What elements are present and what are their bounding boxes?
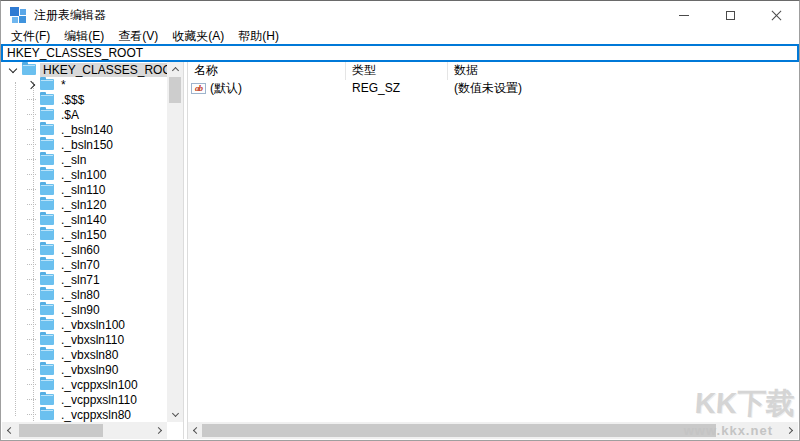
scroll-left-button[interactable] bbox=[2, 422, 17, 439]
tree-vertical-scrollbar[interactable] bbox=[167, 62, 183, 422]
maximize-icon bbox=[726, 11, 735, 20]
horizontal-scroll-thumb[interactable] bbox=[19, 424, 103, 437]
chevron-left-icon bbox=[193, 427, 200, 434]
column-header[interactable]: 名称 bbox=[188, 62, 346, 80]
minimize-button[interactable] bbox=[661, 1, 707, 29]
tree-item[interactable]: ._vbxsln100 bbox=[2, 317, 167, 332]
scroll-up-button[interactable] bbox=[167, 62, 183, 77]
column-header[interactable]: 类型 bbox=[346, 62, 448, 80]
registry-key-folder-icon bbox=[40, 124, 54, 135]
title-bar: 注册表编辑器 bbox=[1, 1, 799, 29]
tree-item-label: ._vcppxsln110 bbox=[58, 393, 140, 407]
values-pane: 名称类型数据 ab(默认)REG_SZ(数值未设置) bbox=[188, 62, 798, 422]
tree-item-label: ._vcppxsln100 bbox=[58, 378, 141, 392]
menu-item[interactable]: 编辑(E) bbox=[57, 29, 111, 44]
registry-key-folder-icon bbox=[40, 394, 54, 405]
tree-item[interactable]: ._vbxsln80 bbox=[2, 347, 167, 362]
menu-item[interactable]: 查看(V) bbox=[111, 29, 165, 44]
registry-key-folder-icon bbox=[40, 109, 54, 120]
registry-key-folder-icon bbox=[40, 274, 54, 285]
value-name: (默认) bbox=[210, 80, 242, 97]
tree-guide-stub bbox=[24, 227, 38, 242]
tree-item[interactable]: ._sln120 bbox=[2, 197, 167, 212]
chevron-down-icon bbox=[171, 410, 178, 417]
tree-item-label: ._sln60 bbox=[58, 243, 103, 257]
tree-item[interactable]: ._vcppxsln110 bbox=[2, 392, 167, 407]
scroll-left-button[interactable] bbox=[188, 422, 203, 439]
chevron-left-icon bbox=[7, 427, 14, 434]
tree-item[interactable]: ._sln60 bbox=[2, 242, 167, 257]
tree-horizontal-scrollbar[interactable] bbox=[2, 422, 167, 439]
tree-guide-stub bbox=[24, 152, 38, 167]
tree-item[interactable]: ._sln100 bbox=[2, 167, 167, 182]
tree-guide-stub bbox=[24, 167, 38, 182]
close-button[interactable] bbox=[753, 1, 799, 29]
window-controls bbox=[661, 1, 799, 29]
tree-guide-stub bbox=[24, 212, 38, 227]
tree-item[interactable]: ._sln80 bbox=[2, 287, 167, 302]
tree-item[interactable]: ._vcppxsln80 bbox=[2, 407, 167, 422]
menu-item[interactable]: 收藏夹(A) bbox=[165, 29, 231, 44]
scroll-down-button[interactable] bbox=[167, 407, 183, 422]
tree-item-label: ._bsln140 bbox=[58, 123, 116, 137]
tree-item[interactable]: .$A bbox=[2, 107, 167, 122]
tree-guide-stub bbox=[24, 407, 38, 422]
registry-key-folder-icon bbox=[40, 319, 54, 330]
tree-item[interactable]: ._sln90 bbox=[2, 302, 167, 317]
value-data: (数值未设置) bbox=[448, 80, 798, 97]
expander-expanded-icon[interactable] bbox=[6, 62, 20, 77]
tree-item[interactable]: ._sln110 bbox=[2, 182, 167, 197]
tree-guide-stub bbox=[24, 107, 38, 122]
tree-item[interactable]: ._sln150 bbox=[2, 227, 167, 242]
tree-item-label: ._sln bbox=[58, 153, 89, 167]
maximize-button[interactable] bbox=[707, 1, 753, 29]
tree-item[interactable]: ._bsln150 bbox=[2, 137, 167, 152]
value-row[interactable]: ab(默认)REG_SZ(数值未设置) bbox=[188, 80, 798, 96]
tree-item[interactable]: ._sln140 bbox=[2, 212, 167, 227]
registry-key-folder-icon bbox=[40, 244, 54, 255]
horizontal-scroll-thumb[interactable] bbox=[202, 424, 716, 437]
menu-item[interactable]: 帮助(H) bbox=[231, 29, 286, 44]
chevron-right-icon bbox=[155, 427, 162, 434]
tree-item[interactable]: ._vbxsln110 bbox=[2, 332, 167, 347]
address-input[interactable] bbox=[3, 46, 797, 60]
tree-item[interactable]: ._vcppxsln100 bbox=[2, 377, 167, 392]
tree-item[interactable]: HKEY_CLASSES_ROOT bbox=[2, 62, 167, 77]
registry-key-folder-icon bbox=[40, 334, 54, 345]
tree-item-label: .$A bbox=[58, 108, 82, 122]
tree-guide-stub bbox=[24, 377, 38, 392]
list-header: 名称类型数据 bbox=[188, 62, 798, 80]
string-value-icon: ab bbox=[191, 83, 206, 94]
tree-guide-stub bbox=[24, 122, 38, 137]
tree-item-label: ._sln90 bbox=[58, 303, 103, 317]
chevron-right-icon bbox=[786, 427, 793, 434]
tree-item[interactable]: ._sln bbox=[2, 152, 167, 167]
scroll-right-button[interactable] bbox=[152, 422, 167, 439]
tree-item[interactable]: ._vbxsln90 bbox=[2, 362, 167, 377]
tree-guide-stub bbox=[24, 92, 38, 107]
tree-item-label: ._sln71 bbox=[58, 273, 103, 287]
expander-collapsed-icon[interactable] bbox=[24, 77, 38, 92]
tree-item[interactable]: .$$$ bbox=[2, 92, 167, 107]
tree-item[interactable]: ._sln71 bbox=[2, 272, 167, 287]
tree-item-label: ._sln140 bbox=[58, 213, 109, 227]
registry-key-folder-icon bbox=[40, 259, 54, 270]
registry-key-folder-icon bbox=[40, 409, 54, 420]
tree-guide-stub bbox=[24, 362, 38, 377]
vertical-scroll-thumb[interactable] bbox=[169, 77, 181, 103]
tree-item-label: HKEY_CLASSES_ROOT bbox=[40, 63, 167, 77]
tree-item-label: ._vbxsln90 bbox=[58, 363, 121, 377]
tree-item[interactable]: ._bsln140 bbox=[2, 122, 167, 137]
menu-item[interactable]: 文件(F) bbox=[4, 29, 57, 44]
tree-item[interactable]: ._sln70 bbox=[2, 257, 167, 272]
column-header[interactable]: 数据 bbox=[448, 62, 798, 80]
registry-key-folder-icon bbox=[40, 169, 54, 180]
scroll-right-button[interactable] bbox=[783, 422, 798, 439]
regedit-app-icon bbox=[10, 7, 26, 23]
tree-guide-stub bbox=[24, 332, 38, 347]
tree-item-label: ._sln110 bbox=[58, 183, 108, 197]
tree-item-label: ._vbxsln100 bbox=[58, 318, 128, 332]
registry-key-folder-icon bbox=[40, 364, 54, 375]
tree-item[interactable]: * bbox=[2, 77, 167, 92]
registry-key-folder-icon bbox=[40, 349, 54, 360]
